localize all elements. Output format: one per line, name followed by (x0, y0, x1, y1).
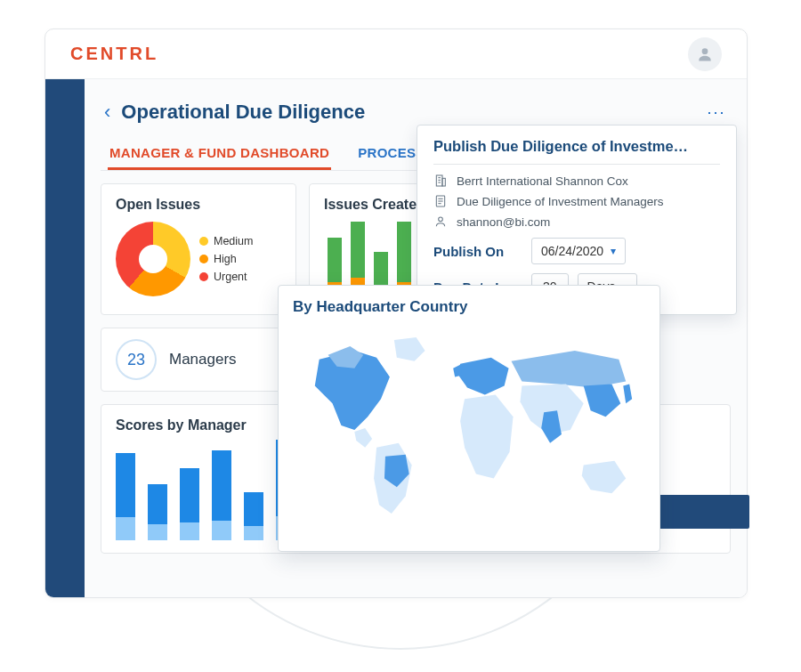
map-panel-title: By Headquarter Country (293, 298, 645, 316)
meta-email: shannon@bi.com (433, 215, 720, 229)
meta-org: Berrt International Shannon Cox (433, 174, 720, 188)
legend-item-high: High (199, 253, 253, 265)
more-icon[interactable]: ⋮ (706, 104, 727, 120)
managers-count: 23 (116, 339, 157, 380)
meta-subject: Due Diligence of Investment Managers (433, 194, 720, 208)
back-icon[interactable]: ‹ (104, 101, 110, 124)
user-avatar[interactable] (688, 37, 722, 71)
legend-item-medium: Medium (199, 235, 253, 247)
world-map[interactable] (293, 323, 645, 537)
brand-logo: CENTRL (70, 44, 158, 64)
topbar: CENTRL (45, 29, 747, 79)
open-issues-legend: Medium High Urgent (199, 235, 253, 283)
sidebar (45, 79, 85, 597)
managers-card: 23 Managers (101, 328, 296, 392)
publish-popup-title: Publish Due Diligence of Investme… (433, 138, 720, 165)
user-icon (696, 45, 714, 63)
svg-rect-2 (442, 178, 445, 186)
open-issues-card: Open Issues Medium High Urgent (101, 183, 296, 315)
svg-point-10 (439, 217, 443, 222)
publish-on-label: Publish On (433, 244, 522, 259)
page-title: Operational Due Diligence (121, 101, 365, 124)
publish-on-select[interactable]: 06/24/2020 ▾ (531, 238, 626, 264)
svg-point-0 (702, 48, 708, 54)
building-icon (433, 174, 448, 188)
document-icon (433, 194, 448, 208)
tab-manager-fund[interactable]: MANAGER & FUND DASHBOARD (108, 136, 331, 170)
dot-icon (199, 272, 208, 281)
user-icon (433, 215, 448, 229)
dot-icon (199, 237, 208, 246)
svg-rect-1 (436, 175, 442, 186)
managers-label: Managers (169, 351, 237, 368)
open-issues-title: Open Issues (116, 197, 281, 213)
map-panel: By Headquarter Country (278, 285, 660, 552)
dot-icon (199, 255, 208, 263)
legend-item-urgent: Urgent (199, 271, 253, 283)
open-issues-donut (116, 222, 190, 296)
chevron-down-icon: ▾ (611, 245, 616, 257)
publish-on-row: Publish On 06/24/2020 ▾ (433, 238, 720, 264)
footer-action-bar[interactable] (650, 495, 749, 529)
